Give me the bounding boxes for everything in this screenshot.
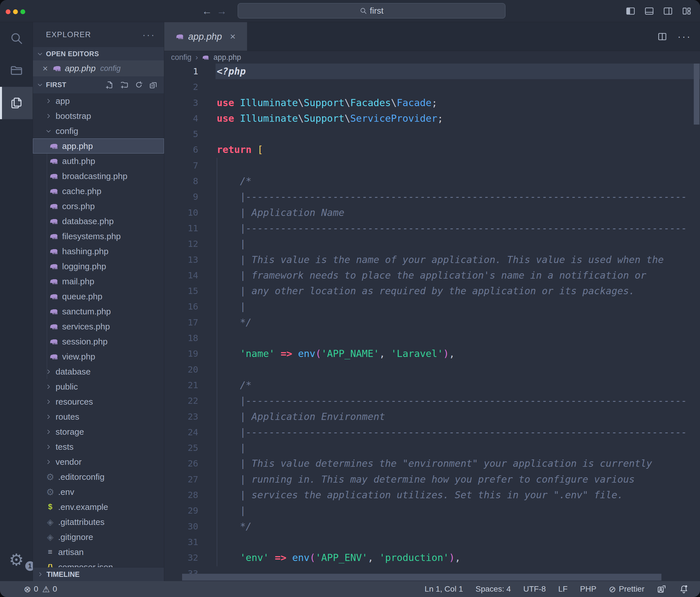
code-line-32[interactable]: 32 'env' => env('APP_ENV', 'production')… <box>164 550 700 566</box>
eol-sequence[interactable]: LF <box>558 584 568 594</box>
activity-folder-item[interactable] <box>0 54 33 87</box>
tree-file-hashing.php[interactable]: hashing.php <box>33 244 164 259</box>
activity-search-item[interactable] <box>0 22 33 54</box>
line-number[interactable]: 19 <box>164 346 198 361</box>
breadcrumb-file[interactable]: app.php <box>213 53 241 62</box>
line-number[interactable]: 31 <box>164 534 198 550</box>
line-number[interactable]: 17 <box>164 315 198 330</box>
code-line-31[interactable]: 31 <box>164 534 700 550</box>
prettier-status[interactable]: ⊘ Prettier <box>609 584 644 594</box>
activity-explorer-item[interactable] <box>0 87 33 119</box>
close-tab-icon[interactable]: × <box>230 31 236 42</box>
tree-folder-resources[interactable]: resources <box>33 394 164 409</box>
code-line-25[interactable]: 25 | <box>164 440 700 456</box>
line-number[interactable]: 11 <box>164 220 198 236</box>
new-folder-icon[interactable] <box>120 80 129 89</box>
breadcrumb-folder[interactable]: config <box>171 53 192 62</box>
line-number[interactable]: 16 <box>164 299 198 314</box>
line-number[interactable]: 30 <box>164 519 198 534</box>
tree-file-auth.php[interactable]: auth.php <box>33 153 164 169</box>
code-line-13[interactable]: 13 | This value is the name of your appl… <box>164 252 700 268</box>
problems-warnings[interactable]: ⚠ 0 <box>42 584 57 594</box>
code-line-5[interactable]: 5 <box>164 126 700 142</box>
tree-file-app.php[interactable]: app.php <box>33 139 164 153</box>
code-line-9[interactable]: 9 |-------------------------------------… <box>164 189 700 205</box>
language-mode[interactable]: PHP <box>580 584 597 594</box>
tree-file-services.php[interactable]: services.php <box>33 319 164 334</box>
line-number[interactable]: 23 <box>164 409 198 425</box>
tree-file-.gitignore[interactable]: ◈.gitignore <box>33 529 164 545</box>
tree-file-logging.php[interactable]: logging.php <box>33 259 164 274</box>
maximize-window-button[interactable] <box>20 9 25 14</box>
line-number[interactable]: 4 <box>164 111 198 126</box>
line-number[interactable]: 22 <box>164 393 198 409</box>
code-line-3[interactable]: 3use Illuminate\Support\Facades\Facade; <box>164 95 700 111</box>
timeline-header[interactable]: TIMELINE <box>33 567 164 581</box>
toggle-primary-sidebar-icon[interactable] <box>625 6 636 16</box>
code-line-14[interactable]: 14 | framework needs to place the applic… <box>164 268 700 283</box>
code-line-24[interactable]: 24 |------------------------------------… <box>164 425 700 440</box>
tree-file-.env[interactable]: ⚙.env <box>33 484 164 499</box>
tree-folder-vendor[interactable]: vendor <box>33 454 164 469</box>
code-line-27[interactable]: 27 | running in. This may determine how … <box>164 472 700 487</box>
line-number[interactable]: 7 <box>164 158 198 173</box>
close-window-button[interactable] <box>6 9 10 14</box>
new-file-icon[interactable] <box>105 80 114 89</box>
line-number[interactable]: 26 <box>164 456 198 471</box>
line-number[interactable]: 6 <box>164 142 198 158</box>
code-line-6[interactable]: 6return [ <box>164 142 700 158</box>
line-number[interactable]: 29 <box>164 503 198 518</box>
refresh-explorer-icon[interactable] <box>134 80 143 89</box>
line-number[interactable]: 13 <box>164 252 198 268</box>
tree-file-view.php[interactable]: view.php <box>33 349 164 364</box>
minimize-window-button[interactable] <box>13 9 18 14</box>
code-line-12[interactable]: 12 | <box>164 236 700 252</box>
tree-file-session.php[interactable]: session.php <box>33 334 164 349</box>
line-number[interactable]: 24 <box>164 425 198 440</box>
toggle-secondary-sidebar-icon[interactable] <box>662 6 673 16</box>
tree-folder-config[interactable]: config <box>33 123 164 139</box>
line-number[interactable]: 25 <box>164 440 198 456</box>
toggle-panel-icon[interactable] <box>644 6 655 16</box>
explorer-more-actions-icon[interactable]: ··· <box>142 29 155 40</box>
tree-file-filesystems.php[interactable]: filesystems.php <box>33 229 164 244</box>
code-line-16[interactable]: 16 | <box>164 299 700 314</box>
collapse-folders-icon[interactable] <box>149 80 158 89</box>
editor-more-actions-icon[interactable]: ··· <box>678 31 692 42</box>
tree-file-broadcasting.php[interactable]: broadcasting.php <box>33 169 164 184</box>
tree-file-sanctum.php[interactable]: sanctum.php <box>33 304 164 319</box>
line-number[interactable]: 15 <box>164 283 198 299</box>
horizontal-scrollbar[interactable] <box>182 574 661 580</box>
line-number[interactable]: 5 <box>164 126 198 142</box>
tree-file-database.php[interactable]: database.php <box>33 214 164 229</box>
split-editor-icon[interactable] <box>657 31 667 42</box>
code-editor[interactable]: 1<?php23use Illuminate\Support\Facades\F… <box>164 64 700 581</box>
tree-folder-bootstrap[interactable]: bootstrap <box>33 109 164 123</box>
line-number[interactable]: 18 <box>164 330 198 346</box>
code-line-20[interactable]: 20 <box>164 362 700 377</box>
code-line-21[interactable]: 21 /* <box>164 377 700 393</box>
tree-folder-app[interactable]: app <box>33 93 164 109</box>
line-number[interactable]: 32 <box>164 550 198 566</box>
tree-file-composer.json[interactable]: {}composer.json <box>33 559 164 568</box>
close-icon[interactable]: × <box>43 63 48 74</box>
code-line-22[interactable]: 22 |------------------------------------… <box>164 393 700 409</box>
notifications-bell-icon[interactable] <box>679 584 689 594</box>
tree-file-cache.php[interactable]: cache.php <box>33 184 164 199</box>
code-line-10[interactable]: 10 | Application Name <box>164 205 700 220</box>
encoding[interactable]: UTF-8 <box>523 584 546 594</box>
vertical-scrollbar[interactable] <box>694 64 699 124</box>
settings-button[interactable]: ⚙1 <box>0 552 33 568</box>
code-line-2[interactable]: 2 <box>164 79 700 95</box>
code-line-7[interactable]: 7 <box>164 158 700 173</box>
feedback-icon[interactable] <box>657 584 667 594</box>
open-editors-header[interactable]: OPEN EDITORS <box>33 47 164 61</box>
code-line-18[interactable]: 18 <box>164 330 700 346</box>
code-line-17[interactable]: 17 */ <box>164 315 700 330</box>
forward-button[interactable]: → <box>217 5 227 17</box>
code-line-4[interactable]: 4use Illuminate\Support\ServiceProvider; <box>164 111 700 126</box>
line-number[interactable]: 8 <box>164 173 198 189</box>
tree-file-.gitattributes[interactable]: ◈.gitattributes <box>33 515 164 529</box>
line-number[interactable]: 14 <box>164 268 198 283</box>
code-line-30[interactable]: 30 */ <box>164 519 700 534</box>
